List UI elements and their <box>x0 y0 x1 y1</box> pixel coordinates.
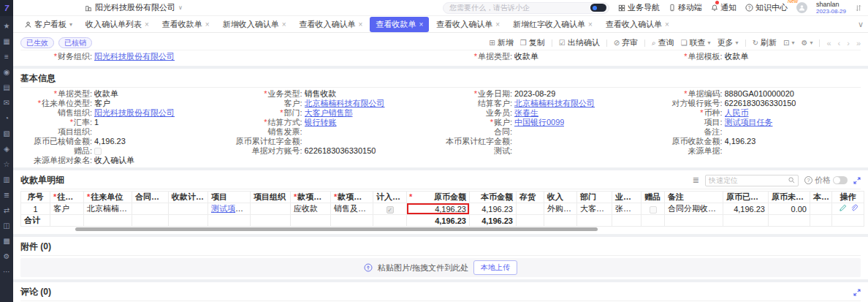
local-upload-button[interactable]: 本地上传 <box>473 260 517 275</box>
tab-新增收入确认单-3[interactable]: 新增收入确认单× <box>217 17 292 32</box>
report-icon[interactable]: ▤ <box>3 80 9 95</box>
close-icon[interactable]: × <box>665 20 669 29</box>
next-page-button[interactable]: › <box>847 39 850 48</box>
tab-查看收款单-5[interactable]: 查看收款单× <box>370 17 429 32</box>
field-value-link[interactable]: 阳光科技股份有限公司 <box>94 108 175 118</box>
avatar[interactable] <box>796 2 807 13</box>
close-icon[interactable]: × <box>205 20 210 29</box>
dashboard-icon[interactable]: ▦ <box>3 34 9 49</box>
clock-icon[interactable]: ◔ <box>4 110 9 126</box>
column-header-原币金额[interactable]: *原币金额 <box>407 192 470 203</box>
column-header-往来单...[interactable]: *往来单... <box>50 192 84 203</box>
close-icon[interactable]: × <box>419 20 423 29</box>
field-value-link[interactable]: 大客户销售部 <box>305 108 353 118</box>
business-nav[interactable]: 业务导航 <box>618 2 660 13</box>
attachment-icon[interactable] <box>848 204 859 212</box>
export-button[interactable]: ⊡▾ <box>783 39 794 47</box>
close-icon[interactable]: × <box>495 20 500 29</box>
more-icon[interactable]: ⋯ <box>3 264 10 279</box>
field-value-link[interactable]: 北京楠楠科技有限公司 <box>514 99 595 108</box>
checkbox[interactable] <box>650 206 657 214</box>
price-toggle[interactable] <box>833 176 848 184</box>
column-header-收款计划行[interactable]: 收款计划行 <box>169 192 208 203</box>
user-info[interactable]: shanlan 2023-08-29 <box>816 1 846 15</box>
column-header-项目[interactable]: 项目 <box>208 192 251 203</box>
column-header-本币[interactable]: 本币 <box>810 192 832 203</box>
package-icon[interactable]: ▧ <box>3 126 9 141</box>
menu-icon[interactable]: ≡ <box>4 49 9 64</box>
column-header-操作[interactable]: 操作 <box>832 192 864 203</box>
close-icon[interactable]: × <box>145 20 149 29</box>
column-header-存货[interactable]: 存货 <box>517 192 544 203</box>
star-icon[interactable]: ★ <box>4 18 10 34</box>
column-header-款项类型[interactable]: *款项类型 <box>331 192 373 203</box>
org-selector[interactable]: 阳光科技股份有限公司 ∨ <box>85 2 183 13</box>
checkbox[interactable] <box>94 148 102 155</box>
tab-收入确认单列表-1[interactable]: 收入确认单列表× <box>80 17 155 32</box>
tab-新增红字收入确认单-7[interactable]: 新增红字收入确认单× <box>507 17 598 32</box>
column-header-本币金额[interactable]: 本币金额 <box>470 192 517 203</box>
linked-query-button[interactable]: ❏联查▾ <box>681 37 711 48</box>
settings-icon[interactable]: ⚙ <box>4 249 10 264</box>
new-button[interactable]: ⊞新增 <box>489 37 513 48</box>
attachment-dropzone[interactable]: 粘贴图片/拖拽文件到此处 本地上传 <box>20 258 861 277</box>
swap-icon[interactable] <box>855 4 862 12</box>
column-header-计入往来[interactable]: 计入往来 <box>373 192 407 203</box>
tab-查看收入确认单-6[interactable]: 查看收入确认单× <box>430 17 506 32</box>
prev-page-button[interactable]: ‹ <box>838 39 841 48</box>
edit-icon[interactable] <box>837 204 848 212</box>
scrollbar-thumb[interactable] <box>75 227 598 231</box>
mail-icon[interactable]: ✉ <box>4 95 9 110</box>
assistant-toggle[interactable] <box>590 4 606 12</box>
finance-icon[interactable]: ◈ <box>4 141 9 156</box>
refresh-button[interactable]: ↻刷新 <box>753 37 777 48</box>
tab-查看收入确认单-4[interactable]: 查看收入确认单× <box>294 17 369 32</box>
field-value-link[interactable]: 张春生 <box>514 108 538 118</box>
column-header-赠品[interactable]: 赠品 <box>642 192 665 203</box>
column-header-收入[interactable]: 收入 <box>544 192 577 203</box>
column-header-合同编号[interactable]: 合同编号 <box>132 192 169 203</box>
horizontal-scrollbar[interactable] <box>20 227 861 232</box>
notice[interactable]: 通知 <box>711 2 736 13</box>
first-page-button[interactable]: « <box>826 39 831 48</box>
close-icon[interactable]: × <box>282 20 286 29</box>
query-button[interactable]: ⌕查询 <box>652 37 674 48</box>
last-page-button[interactable]: » <box>856 39 861 48</box>
expand-icon[interactable] <box>853 177 861 184</box>
contacts-icon[interactable]: ◉ <box>4 64 10 80</box>
field-value-link[interactable]: 银行转账 <box>305 118 337 127</box>
global-search-input[interactable] <box>449 4 590 12</box>
field-value-link[interactable]: 人民币 <box>725 108 749 118</box>
mobile[interactable]: 移动端 <box>669 2 702 13</box>
field-value-link[interactable]: 北京楠楠科技有限公司 <box>305 99 385 108</box>
global-search[interactable] <box>443 2 609 14</box>
discard-approval-button[interactable]: ⊘弃审 <box>614 37 638 48</box>
cell-link[interactable]: 测试项目任务 <box>211 204 251 213</box>
close-icon[interactable]: × <box>359 20 363 29</box>
copy-button[interactable]: ❐复制 <box>520 37 545 48</box>
field-value-link[interactable]: 阳光科技股份有限公司 <box>94 52 175 61</box>
column-header-部门[interactable]: 部门 <box>577 192 612 203</box>
exchange-icon[interactable]: ⇄ <box>4 203 9 218</box>
close-icon[interactable]: × <box>588 20 593 29</box>
table-row[interactable]: 1客户北京楠楠科...测试项目任务应收款销售及服务cs✓4,196.234,19… <box>21 203 864 215</box>
tab-客户看板-0[interactable]: 客户看板▾ <box>19 17 78 32</box>
chart-icon[interactable]: ▩ <box>3 233 9 249</box>
window-icon[interactable]: ◫ <box>3 218 9 233</box>
favorite-icon[interactable]: ☆ <box>4 156 10 172</box>
settings-button[interactable]: ⚙▾ <box>801 39 812 47</box>
wallet-icon[interactable]: ▥ <box>3 172 9 187</box>
column-header-项目组织[interactable]: 项目组织 <box>251 192 291 203</box>
column-header-备注[interactable]: 备注 <box>665 192 723 203</box>
cashier-confirm-button[interactable]: ☑出纳确认 <box>559 37 600 48</box>
list-icon[interactable]: ≣ <box>4 187 9 203</box>
field-value-link[interactable]: 中国银行0099 <box>514 118 564 127</box>
app-logo[interactable]: 7 <box>0 0 13 16</box>
tab-查看收入确认单-8[interactable]: 查看收入确认单× <box>600 17 675 32</box>
tab-overflow-chevron-icon[interactable]: ∨ <box>858 20 864 29</box>
column-header-往来单位[interactable]: *往来单位 <box>84 192 132 203</box>
more-button[interactable]: 更多▾ <box>717 37 739 48</box>
column-layout-icon[interactable]: ≣ <box>693 175 699 185</box>
column-header-原币已核销...[interactable]: 原币已核销... <box>723 192 769 203</box>
quick-locate-search[interactable] <box>705 175 799 186</box>
